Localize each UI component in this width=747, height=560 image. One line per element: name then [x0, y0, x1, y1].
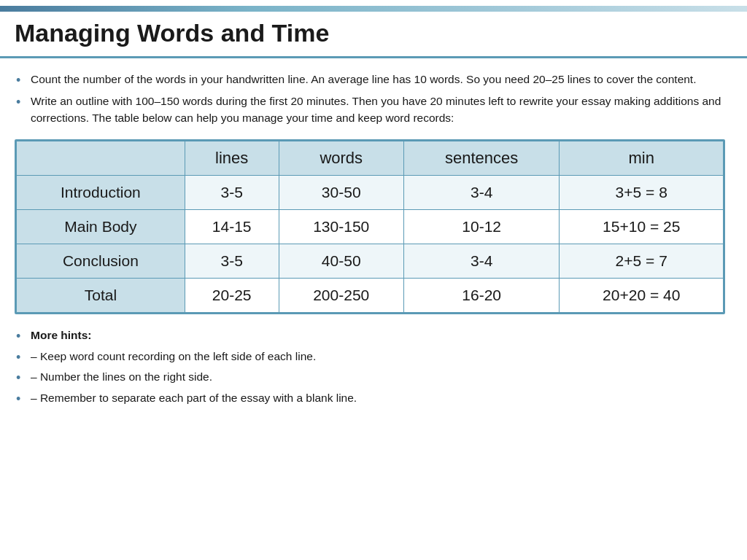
row-main-body-sentences: 10-12: [403, 210, 560, 244]
row-total-words: 200-250: [279, 279, 403, 313]
table-row-introduction: Introduction 3-5 30-50 3-4 3+5 = 8: [17, 176, 724, 210]
row-introduction-lines: 3-5: [185, 176, 279, 210]
col-header-sentences: sentences: [403, 141, 560, 176]
row-label-total: Total: [17, 279, 185, 313]
row-introduction-words: 30-50: [279, 176, 403, 210]
hints-list: More hints: – Keep word count recording …: [15, 327, 725, 406]
row-main-body-min: 15+10 = 25: [560, 210, 724, 244]
table-row-main-body: Main Body 14-15 130-150 10-12 15+10 = 25: [17, 210, 724, 244]
hint-item-2: – Number the lines on the right side.: [15, 369, 725, 385]
table-header-row: lines words sentences min: [17, 141, 724, 176]
row-total-min: 20+20 = 40: [560, 279, 724, 313]
row-main-body-words: 130-150: [279, 210, 403, 244]
data-table-wrapper: lines words sentences min Introduction 3…: [15, 139, 725, 314]
row-main-body-lines: 14-15: [185, 210, 279, 244]
row-total-sentences: 16-20: [403, 279, 560, 313]
content-area: Count the number of the words in your ha…: [0, 58, 747, 418]
hint-item-3: – Remember to separate each part of the …: [15, 390, 725, 406]
row-conclusion-sentences: 3-4: [403, 244, 560, 279]
top-bar-accent: [0, 6, 747, 12]
col-header-lines: lines: [185, 141, 279, 176]
bullet-text-1: Count the number of the words in your ha…: [31, 73, 697, 85]
data-table: lines words sentences min Introduction 3…: [16, 141, 724, 313]
hint-text-1: – Keep word count recording on the left …: [31, 350, 316, 362]
slide: Managing Words and Time Count the number…: [0, 6, 747, 560]
row-introduction-min: 3+5 = 8: [560, 176, 724, 210]
row-total-lines: 20-25: [185, 279, 279, 313]
table-row-conclusion: Conclusion 3-5 40-50 3-4 2+5 = 7: [17, 244, 724, 279]
row-conclusion-words: 40-50: [279, 244, 403, 279]
hint-item-1: – Keep word count recording on the left …: [15, 349, 725, 365]
col-header-empty: [17, 141, 185, 176]
row-conclusion-min: 2+5 = 7: [560, 244, 724, 279]
row-introduction-sentences: 3-4: [403, 176, 560, 210]
row-label-conclusion: Conclusion: [17, 244, 185, 279]
bullet-item-2: Write an outline with 100–150 words duri…: [15, 93, 725, 126]
col-header-words: words: [279, 141, 403, 176]
page-title: Managing Words and Time: [15, 19, 725, 47]
title-section: Managing Words and Time: [0, 6, 747, 58]
bullet-text-2: Write an outline with 100–150 words duri…: [31, 95, 721, 123]
table-row-total: Total 20-25 200-250 16-20 20+20 = 40: [17, 279, 724, 313]
col-header-min: min: [560, 141, 724, 176]
hints-title: More hints:: [31, 329, 92, 341]
row-label-introduction: Introduction: [17, 176, 185, 210]
hint-text-2: – Number the lines on the right side.: [31, 370, 212, 383]
row-label-main-body: Main Body: [17, 210, 185, 244]
bullet-item-1: Count the number of the words in your ha…: [15, 71, 725, 88]
hint-text-3: – Remember to separate each part of the …: [31, 392, 357, 404]
row-conclusion-lines: 3-5: [185, 244, 279, 279]
intro-bullet-list: Count the number of the words in your ha…: [15, 71, 725, 126]
hints-title-item: More hints:: [15, 327, 725, 343]
